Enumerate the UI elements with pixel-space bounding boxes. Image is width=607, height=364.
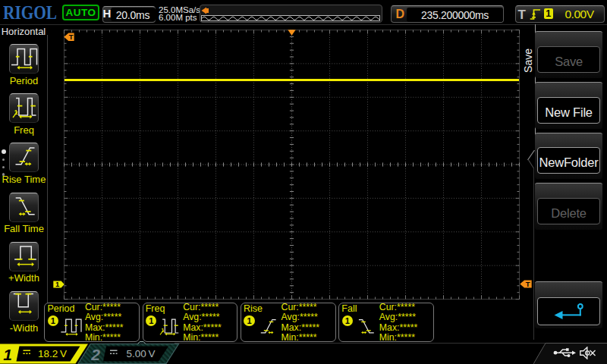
svg-text:5.00 V: 5.00 V xyxy=(127,348,156,359)
svg-text:T: T xyxy=(526,280,530,288)
svg-text:1: 1 xyxy=(3,346,12,363)
svg-text:18.2 V: 18.2 V xyxy=(38,348,67,359)
svg-text:2: 2 xyxy=(90,346,100,363)
svg-text:1: 1 xyxy=(55,281,60,288)
svg-text:T: T xyxy=(69,33,74,41)
